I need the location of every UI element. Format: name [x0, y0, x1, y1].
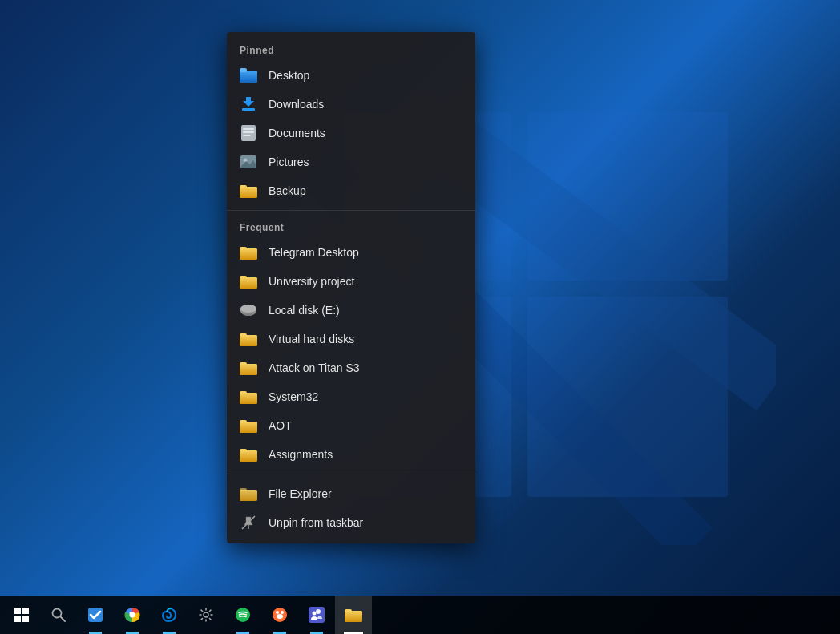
svg-point-60 [204, 612, 208, 617]
aot-s3-folder-icon [240, 359, 257, 377]
jump-item-aot-label: AOT [269, 419, 292, 432]
svg-rect-41 [240, 420, 247, 423]
svg-marker-9 [243, 97, 254, 107]
search-icon [49, 605, 68, 624]
svg-point-63 [276, 611, 279, 614]
jump-item-local-disk-label: Local disk (E:) [269, 304, 340, 317]
jump-item-documents[interactable]: Documents [227, 119, 475, 147]
svg-rect-50 [14, 608, 21, 614]
edge-icon [160, 605, 179, 624]
frequent-section-label: Frequent [227, 216, 475, 238]
paw-button[interactable] [261, 596, 298, 634]
todo-icon [86, 605, 105, 624]
pictures-icon [240, 153, 257, 171]
svg-rect-40 [240, 422, 257, 433]
svg-point-59 [130, 612, 135, 618]
svg-point-61 [236, 608, 250, 622]
jump-item-aot[interactable]: AOT [227, 411, 475, 440]
assignments-folder-icon [240, 446, 257, 463]
telegram-folder-icon [240, 244, 257, 261]
jump-item-backup-label: Backup [269, 184, 306, 197]
svg-rect-8 [240, 68, 247, 72]
jump-item-documents-label: Documents [269, 127, 325, 139]
svg-rect-43 [240, 450, 257, 462]
svg-point-67 [316, 609, 321, 614]
settings-icon [196, 605, 216, 624]
unpin-icon [240, 514, 257, 531]
system32-folder-icon [240, 388, 257, 406]
jump-item-downloads[interactable]: Downloads [227, 90, 475, 119]
svg-rect-7 [240, 71, 257, 83]
svg-rect-53 [22, 616, 29, 622]
jump-item-assignments[interactable]: Assignments [227, 440, 475, 469]
svg-rect-25 [240, 277, 257, 289]
jump-item-aot-s3[interactable]: Attack on Titan S3 [227, 353, 475, 382]
windows-logo-icon [12, 605, 31, 624]
svg-rect-14 [243, 135, 251, 136]
jump-item-telegram[interactable]: Telegram Desktop [227, 238, 475, 267]
svg-rect-44 [240, 449, 247, 452]
jump-item-unpin[interactable]: Unpin from taskbar [227, 508, 475, 537]
svg-rect-46 [240, 490, 257, 501]
svg-rect-52 [14, 616, 21, 622]
svg-rect-51 [22, 608, 29, 614]
university-folder-icon [240, 273, 257, 290]
teams-icon [307, 605, 326, 624]
search-button[interactable] [40, 596, 77, 634]
jump-list: Pinned Desktop D [227, 32, 475, 543]
svg-rect-12 [243, 128, 254, 130]
jump-item-unpin-label: Unpin from taskbar [269, 516, 363, 529]
svg-rect-47 [240, 488, 247, 491]
svg-rect-31 [240, 335, 257, 346]
svg-rect-23 [240, 247, 247, 250]
jump-item-file-explorer[interactable]: File Explorer [227, 479, 475, 508]
jump-item-backup[interactable]: Backup [227, 176, 475, 205]
spotify-button[interactable] [224, 596, 261, 634]
svg-rect-10 [242, 108, 255, 111]
jump-item-university[interactable]: University project [227, 267, 475, 296]
pinned-section-label: Pinned [227, 38, 475, 61]
file-explorer-taskbar-icon [344, 605, 363, 624]
chrome-icon [123, 605, 142, 624]
jump-item-desktop-label: Desktop [269, 69, 309, 82]
vhd-folder-icon [240, 330, 257, 348]
svg-rect-26 [240, 276, 247, 279]
start-button[interactable] [3, 596, 40, 634]
jump-item-file-explorer-label: File Explorer [269, 487, 332, 500]
jump-item-vhd[interactable]: Virtual hard disks [227, 325, 475, 353]
svg-rect-66 [309, 607, 325, 623]
desktop-icon [240, 67, 257, 84]
svg-rect-20 [240, 185, 247, 188]
svg-rect-19 [240, 187, 257, 198]
jump-item-vhd-label: Virtual hard disks [269, 333, 354, 345]
svg-rect-34 [240, 364, 257, 375]
chrome-button[interactable] [114, 596, 151, 634]
jump-item-pictures-label: Pictures [269, 155, 309, 168]
jump-item-assignments-label: Assignments [269, 448, 333, 461]
edge-button[interactable] [151, 596, 188, 634]
jump-item-university-label: University project [269, 275, 354, 288]
todo-button[interactable] [77, 596, 114, 634]
svg-point-64 [281, 611, 284, 614]
jump-item-telegram-label: Telegram Desktop [269, 246, 359, 259]
jump-item-local-disk[interactable]: Local disk (E:) [227, 296, 475, 325]
taskbar [0, 596, 840, 634]
jump-item-pictures[interactable]: Pictures [227, 147, 475, 176]
jump-item-system32[interactable]: System32 [227, 382, 475, 411]
svg-point-29 [240, 305, 256, 313]
documents-icon [240, 124, 257, 142]
svg-rect-35 [240, 362, 247, 365]
jump-item-downloads-label: Downloads [269, 98, 324, 111]
svg-rect-71 [345, 609, 352, 612]
section-separator-1 [227, 210, 475, 211]
file-explorer-icon [240, 485, 257, 503]
settings-button[interactable] [188, 596, 224, 634]
paw-icon [270, 605, 289, 624]
file-explorer-taskbar-button[interactable] [335, 596, 372, 634]
jump-item-desktop[interactable]: Desktop [227, 61, 475, 90]
jump-item-aot-s3-label: Attack on Titan S3 [269, 361, 360, 374]
spotify-icon [233, 605, 252, 624]
teams-button[interactable] [298, 596, 335, 634]
svg-point-65 [277, 614, 283, 619]
section-separator-2 [227, 474, 475, 474]
